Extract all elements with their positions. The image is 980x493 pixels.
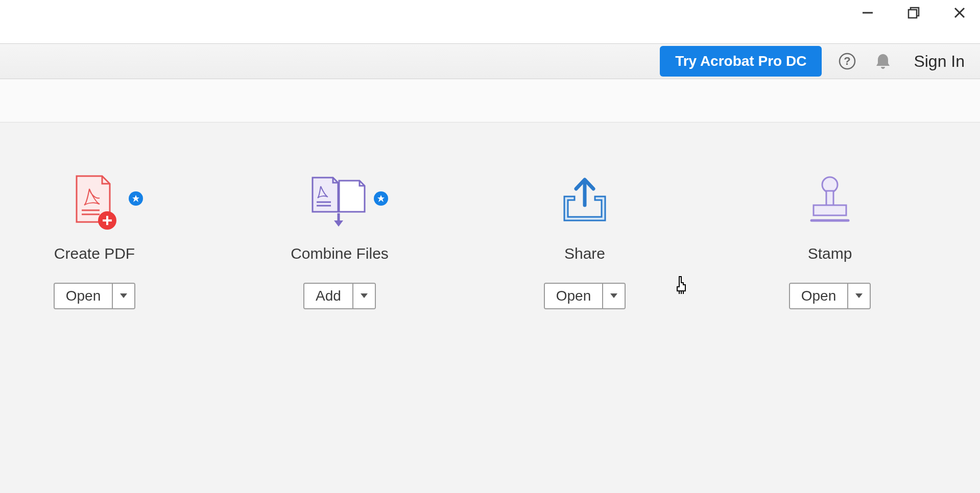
tool-button-group: Open (54, 283, 136, 309)
chevron-down-icon (855, 293, 863, 299)
chevron-down-icon (120, 293, 127, 299)
tool-button-group: Add (303, 283, 376, 309)
share-icon-wrap (552, 174, 618, 230)
add-button[interactable]: Add (304, 284, 352, 308)
dropdown-button[interactable] (602, 284, 625, 308)
svg-marker-17 (334, 220, 343, 227)
combine-files-icon-wrap (306, 174, 373, 230)
open-button[interactable]: Open (55, 284, 112, 308)
star-badge-icon (374, 191, 388, 206)
tools-content-area: Create PDF Open (0, 122, 980, 493)
maximize-button[interactable] (903, 3, 924, 23)
stamp-icon (804, 174, 855, 230)
svg-marker-13 (120, 293, 127, 298)
dropdown-button[interactable] (847, 284, 870, 308)
star-badge-icon (129, 191, 143, 206)
minimize-icon (861, 6, 874, 19)
open-button[interactable]: Open (790, 284, 848, 308)
svg-rect-24 (814, 205, 846, 215)
try-acrobat-button[interactable]: Try Acrobat Pro DC (660, 46, 822, 77)
dropdown-button[interactable] (352, 284, 375, 308)
maximize-icon (907, 6, 920, 19)
tool-button-group: Open (544, 283, 626, 309)
open-button[interactable]: Open (545, 284, 603, 308)
tool-label: Stamp (808, 245, 852, 262)
tool-label: Share (564, 245, 605, 262)
svg-rect-23 (826, 191, 833, 206)
combine-files-icon (306, 174, 373, 230)
help-icon: ? (838, 52, 856, 70)
create-pdf-icon-wrap (61, 174, 128, 230)
svg-marker-12 (132, 195, 139, 202)
sub-toolbar (0, 79, 980, 122)
close-button[interactable] (949, 3, 970, 23)
svg-marker-19 (361, 293, 368, 298)
svg-marker-26 (855, 293, 863, 298)
main-toolbar: Try Acrobat Pro DC ? Sign In (0, 43, 980, 79)
svg-marker-18 (377, 195, 385, 202)
svg-text:?: ? (844, 55, 851, 67)
sign-in-link[interactable]: Sign In (914, 52, 965, 71)
tool-card-create-pdf: Create PDF Open (41, 174, 148, 309)
tool-card-share: Share Open (531, 174, 638, 309)
minimize-button[interactable] (857, 3, 878, 23)
close-icon (953, 6, 966, 19)
tool-label: Combine Files (291, 245, 389, 262)
share-icon (557, 174, 613, 230)
bell-icon (875, 52, 891, 70)
chevron-down-icon (361, 293, 368, 299)
chevron-down-icon (610, 293, 617, 299)
tool-label: Create PDF (54, 245, 135, 262)
tool-card-stamp: Stamp Open (776, 174, 883, 309)
tool-card-combine-files: Combine Files Add (286, 174, 393, 309)
svg-marker-21 (610, 293, 617, 298)
help-button[interactable]: ? (837, 51, 857, 71)
dropdown-button[interactable] (112, 284, 134, 308)
tool-button-group: Open (789, 283, 871, 309)
window-controls-bar (0, 0, 980, 26)
stamp-icon-wrap (797, 174, 863, 230)
notifications-button[interactable] (873, 51, 893, 71)
svg-rect-2 (909, 10, 917, 18)
create-pdf-icon (69, 174, 120, 230)
